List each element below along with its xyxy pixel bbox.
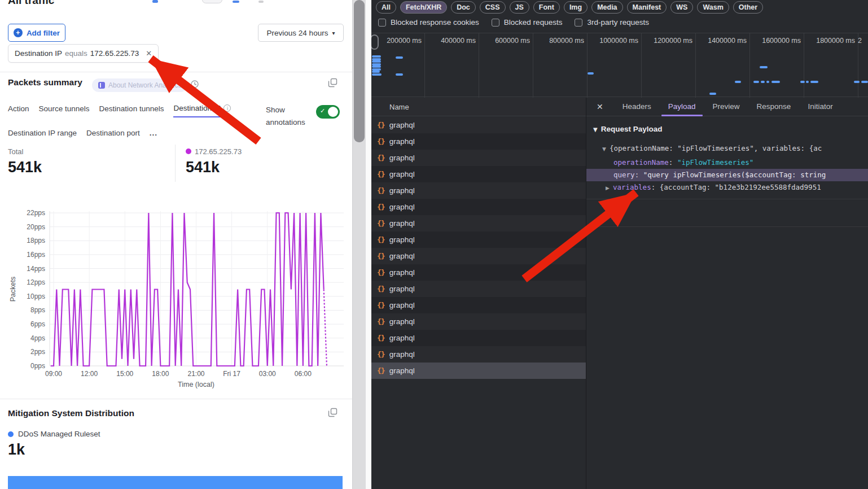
checkbox-label: Blocked response cookies bbox=[391, 18, 479, 27]
payload-operation-row[interactable]: operationName: "ipFlowTimeseries" bbox=[586, 156, 868, 169]
expand-icon[interactable]: ▶ bbox=[606, 185, 610, 191]
request-row[interactable]: {}graphql bbox=[371, 117, 586, 133]
request-row[interactable]: {}graphql bbox=[371, 182, 586, 199]
timeline-gridline bbox=[479, 33, 479, 98]
filter-pill-wasm[interactable]: Wasm bbox=[697, 1, 729, 14]
doc-icon bbox=[98, 82, 105, 89]
remove-filter-icon[interactable]: ✕ bbox=[146, 49, 152, 58]
name-column-header[interactable]: Name bbox=[371, 98, 586, 116]
json-braces-icon: {} bbox=[377, 137, 385, 146]
svg-text:2pps: 2pps bbox=[30, 348, 45, 356]
timeline-tick-label: 200000 ms bbox=[372, 37, 422, 45]
filter-pill-fetch-xhr[interactable]: Fetch/XHR bbox=[400, 1, 447, 14]
page-title: All traffic bbox=[8, 0, 54, 7]
svg-text:18:00: 18:00 bbox=[152, 370, 169, 378]
svg-text:Packets: Packets bbox=[9, 277, 17, 302]
timeline-gridline bbox=[424, 33, 425, 98]
filter-pill-css[interactable]: CSS bbox=[480, 1, 506, 14]
waterfall-bar bbox=[588, 72, 594, 75]
request-checkbox-filters: Blocked response cookiesBlocked requests… bbox=[378, 18, 649, 27]
tab-source-tunnels[interactable]: Source tunnels bbox=[39, 104, 90, 117]
checkbox-box[interactable] bbox=[575, 19, 582, 27]
payload-query-row[interactable]: query: "query ipFlowTimeseries($accountT… bbox=[586, 169, 868, 181]
add-filter-button[interactable]: + Add filter bbox=[8, 24, 65, 42]
tab-destination-tunnels[interactable]: Destination tunnels bbox=[99, 104, 164, 117]
request-row[interactable]: {}graphql bbox=[371, 313, 586, 330]
detail-tab-preview[interactable]: Preview bbox=[713, 98, 740, 116]
svg-text:15:00: 15:00 bbox=[116, 370, 133, 378]
detail-tab-payload[interactable]: Payload bbox=[668, 98, 696, 116]
about-network-analytics-badge[interactable]: About Network Analytics bbox=[92, 78, 187, 92]
request-name: graphql bbox=[389, 203, 415, 211]
copy-icon[interactable] bbox=[328, 408, 337, 417]
request-row[interactable]: {}graphql bbox=[371, 248, 586, 264]
request-row[interactable]: {}graphql bbox=[371, 133, 586, 150]
request-row[interactable]: {}graphql bbox=[371, 232, 586, 248]
json-braces-icon: {} bbox=[377, 219, 385, 228]
request-row[interactable]: {}graphql bbox=[371, 346, 586, 363]
filter-pill-js[interactable]: JS bbox=[510, 1, 529, 14]
request-row[interactable]: {}graphql bbox=[371, 166, 586, 182]
checkbox-blocked-requests[interactable]: Blocked requests bbox=[492, 18, 563, 27]
collapse-icon[interactable]: ▼ bbox=[602, 146, 606, 152]
request-name: graphql bbox=[389, 285, 415, 293]
close-icon[interactable]: ✕ bbox=[597, 102, 603, 111]
request-name: graphql bbox=[389, 366, 415, 375]
filter-pill-manifest[interactable]: Manifest bbox=[627, 1, 667, 14]
request-row[interactable]: {}graphql bbox=[371, 281, 586, 297]
tab-destination-ip[interactable]: Destination IPi bbox=[173, 104, 231, 117]
request-name: graphql bbox=[389, 186, 415, 195]
request-row[interactable]: {}graphql bbox=[371, 199, 586, 215]
panel-gap bbox=[366, 0, 371, 489]
request-row[interactable]: {}graphql bbox=[371, 297, 586, 313]
time-range-label: Previous 24 hours bbox=[267, 29, 328, 37]
checkbox-box[interactable] bbox=[492, 19, 499, 27]
more-tabs-button[interactable]: ... bbox=[150, 129, 157, 141]
filter-pill-ws[interactable]: WS bbox=[670, 1, 693, 14]
request-row[interactable]: {}graphql bbox=[371, 215, 586, 232]
timeline-tick-label: 2 bbox=[858, 37, 866, 45]
waterfall-bar bbox=[396, 73, 403, 76]
checkbox-3rd-party-requests[interactable]: 3rd-party requests bbox=[575, 18, 649, 27]
checkbox-label: 3rd-party requests bbox=[587, 18, 649, 27]
show-annotations-toggle[interactable]: ✓ bbox=[316, 105, 340, 119]
detail-tab-response[interactable]: Response bbox=[757, 98, 791, 116]
tab-label: Destination IP bbox=[173, 104, 221, 112]
detail-tab-initiator[interactable]: Initiator bbox=[808, 98, 832, 116]
payload-variables-row[interactable]: ▶variables: {accountTag: "b12e3b2192ee55… bbox=[586, 181, 868, 194]
checkbox-box[interactable] bbox=[378, 19, 386, 27]
timeline-gridline bbox=[749, 33, 750, 98]
network-overview-timeline[interactable]: 200000 ms400000 ms600000 ms800000 ms1000… bbox=[371, 33, 868, 97]
waterfall-bar bbox=[735, 81, 741, 83]
collapse-icon[interactable]: ▼ bbox=[593, 126, 598, 133]
tab-action[interactable]: Action bbox=[8, 104, 29, 117]
filter-pill-media[interactable]: Media bbox=[591, 1, 622, 14]
request-row[interactable]: {}graphql bbox=[371, 264, 586, 281]
detail-tab-headers[interactable]: Headers bbox=[622, 98, 651, 116]
waterfall-bar bbox=[760, 66, 768, 68]
payload-preview-row[interactable]: ▼{operationName: "ipFlowTimeseries", var… bbox=[586, 142, 868, 155]
copy-icon[interactable] bbox=[328, 78, 337, 88]
filter-pill-img[interactable]: Img bbox=[564, 1, 588, 14]
clock-icon bbox=[190, 80, 199, 89]
request-row[interactable]: {}graphql bbox=[371, 330, 586, 346]
request-name: graphql bbox=[389, 235, 415, 244]
request-row[interactable]: {}graphql bbox=[371, 150, 586, 166]
time-range-dropdown[interactable]: Previous 24 hours ▾ bbox=[258, 24, 344, 42]
filter-pill-all[interactable]: All bbox=[376, 1, 396, 14]
scrollbar-track[interactable] bbox=[352, 0, 366, 489]
payload-key: variables bbox=[613, 183, 651, 191]
filter-pill-other[interactable]: Other bbox=[733, 1, 763, 14]
tab-destination-port[interactable]: Destination port bbox=[86, 129, 140, 141]
tab-destination-ip-range[interactable]: Destination IP range bbox=[8, 129, 77, 141]
filter-pill-font[interactable]: Font bbox=[533, 1, 560, 14]
scrollbar-thumb[interactable] bbox=[354, 0, 365, 142]
request-row[interactable]: {}graphql bbox=[371, 363, 586, 379]
filter-pill-doc[interactable]: Doc bbox=[451, 1, 476, 14]
packets-summary-title: Packets summary bbox=[8, 77, 82, 88]
waterfall-bar bbox=[753, 81, 759, 83]
filter-chip[interactable]: Destination IP equals 172.65.225.73 ✕ bbox=[8, 44, 159, 63]
timeline-gridline bbox=[533, 33, 533, 98]
tab-label: Destination port bbox=[86, 129, 140, 137]
checkbox-blocked-response-cookies[interactable]: Blocked response cookies bbox=[378, 18, 479, 27]
